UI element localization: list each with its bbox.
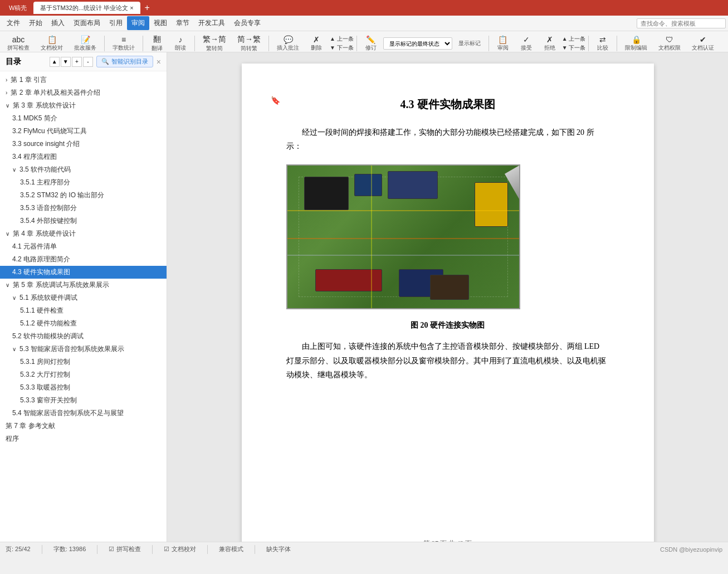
next-comment-button[interactable]: ▼ 下一条 — [330, 44, 354, 52]
prev-next-area: ▲ 上一条 ▼ 下一条 — [330, 35, 354, 52]
accept-button[interactable]: ✓ 接受 — [515, 33, 538, 54]
main-area: 目录 ▲ ▼ + - 🔍 智能识别目录 × › 第 1 章 引言 — [0, 52, 728, 542]
spell-check-status[interactable]: ☑ 拼写检查 — [109, 545, 141, 553]
simple-trad-button[interactable]: 简→繁 简转繁 — [232, 32, 266, 55]
spell-check-button[interactable]: abc 拼写检查 — [2, 33, 35, 54]
toc-item-4-2[interactable]: 4.2 电路原理图简介 — [0, 253, 167, 266]
toc-item-4-1[interactable]: 4.1 元器件清单 — [0, 240, 167, 253]
toc-item-5-1[interactable]: ∨ 5.1 系统软硬件调试 — [0, 291, 167, 304]
menu-insert[interactable]: 插入 — [47, 16, 69, 30]
toolbar-separator-3 — [194, 36, 195, 51]
toc-item-3-2[interactable]: 3.2 FlyMcu 代码烧写工具 — [0, 125, 167, 138]
menu-reference[interactable]: 引用 — [105, 16, 127, 30]
toc-item-5-3[interactable]: ∨ 5.3 智能家居语音控制系统效果展示 — [0, 343, 167, 356]
menu-devtools[interactable]: 开发工具 — [194, 16, 229, 30]
next-track-button[interactable]: ▼ 下一条 — [562, 44, 586, 52]
menu-start[interactable]: 开始 — [25, 16, 47, 30]
simple-trad-label: 简转繁 — [241, 45, 257, 52]
reject-button[interactable]: ✗ 拒绝 — [539, 33, 561, 54]
toc-ch2-arrow: › — [6, 90, 7, 96]
menu-chapter[interactable]: 章节 — [172, 16, 194, 30]
wps-tab[interactable]: W 稿壳 — [4, 2, 31, 14]
collapse-down-button[interactable]: ▼ — [61, 57, 71, 67]
menu-file[interactable]: 文件 — [2, 16, 25, 30]
toc-item-3-1[interactable]: 3.1 MDK5 简介 — [0, 112, 167, 125]
track-changes-button[interactable]: ✏️ 修订 — [360, 33, 382, 54]
toc-item-ch7[interactable]: 第 7 章 参考文献 — [0, 420, 167, 432]
toc-item-5-3-1[interactable]: 5.3.1 房间灯控制 — [0, 356, 167, 368]
toc-item-ch4[interactable]: ∨ 第 4 章 系统硬件设计 — [0, 227, 167, 240]
spell-check-status-text: 拼写检查 — [116, 545, 141, 553]
toc-item-3-3[interactable]: 3.3 source insight 介绍 — [0, 138, 167, 150]
new-tab-button[interactable]: + — [141, 3, 153, 13]
review-button[interactable]: 📋 审阅 — [492, 33, 514, 54]
wire-1 — [287, 210, 519, 211]
menu-bar: 文件 开始 插入 页面布局 引用 审阅 视图 章节 开发工具 会员专享 — [0, 16, 728, 31]
display-mark-button[interactable]: 显示标记 — [453, 37, 486, 50]
toc-item-5-3-3[interactable]: 5.3.3 取暖器控制 — [0, 381, 167, 394]
toc-5-3-2-label: 5.3.2 大厅灯控制 — [20, 370, 70, 380]
doc-auth-icon: ✔ — [700, 35, 706, 44]
toc-3-5-4-label: 3.5.4 外部按键控制 — [20, 216, 77, 226]
toc-item-5-4[interactable]: 5.4 智能家居语音控制系统不足与展望 — [0, 407, 167, 420]
pcb-component-5 — [430, 275, 469, 300]
insert-comment-button[interactable]: 💬 插入批注 — [272, 33, 304, 54]
collapse-up-button[interactable]: ▲ — [50, 57, 60, 67]
word-count-icon: ≡ — [121, 35, 126, 44]
toc-item-program[interactable]: 程序 — [0, 432, 167, 445]
toc-item-ch5[interactable]: ∨ 第 5 章 系统调试与系统效果展示 — [0, 279, 167, 291]
prev-next-area2: ▲ 上一条 ▼ 下一条 — [562, 35, 586, 52]
toc-item-3-5[interactable]: ∨ 3.5 软件功能代码 — [0, 163, 167, 176]
trad-simple-button[interactable]: 繁→简 繁转简 — [198, 32, 231, 55]
smart-recognize-button[interactable]: 🔍 智能识别目录 — [96, 56, 153, 67]
toc-item-5-2[interactable]: 5.2 软件功能模块的调试 — [0, 330, 167, 343]
toc-item-3-5-2[interactable]: 3.5.2 STM32 的 IO 输出部分 — [0, 189, 167, 202]
prev-track-button[interactable]: ▲ 上一条 — [562, 35, 586, 43]
review-icon: 📋 — [498, 35, 507, 44]
missing-font-status[interactable]: 缺失字体 — [266, 545, 291, 553]
pcb-component-3 — [388, 171, 438, 199]
toc-item-5-3-2[interactable]: 5.3.2 大厅灯控制 — [0, 368, 167, 381]
document-area[interactable]: 🔖 4.3 硬件实物成果图 经过一段时间的焊接和搭建工作，实物的大部分功能模块已… — [167, 52, 728, 542]
toc-item-3-5-1[interactable]: 3.5.1 主程序部分 — [0, 176, 167, 189]
pcb-component-2 — [354, 174, 382, 196]
toc-item-3-4[interactable]: 3.4 程序流程图 — [0, 150, 167, 163]
sidebar-close-button[interactable]: × — [157, 57, 161, 66]
menu-review[interactable]: 审阅 — [127, 16, 149, 30]
toc-item-ch1[interactable]: › 第 1 章 引言 — [0, 74, 167, 86]
read-aloud-button[interactable]: ♪ 朗读 — [169, 33, 192, 54]
doc-compare-status[interactable]: ☑ 文档校对 — [164, 545, 196, 553]
menu-layout[interactable]: 页面布局 — [69, 16, 105, 30]
toc-item-5-1-2[interactable]: 5.1.2 硬件功能检查 — [0, 317, 167, 330]
collapse-button[interactable]: - — [83, 57, 93, 67]
doc-tab[interactable]: 基于STM32的...统设计 毕业论文 × — [33, 2, 140, 14]
expand-button[interactable]: + — [72, 57, 82, 67]
ribbon-search-input[interactable] — [637, 18, 726, 28]
spell-check-label: 拼写检查 — [7, 44, 30, 52]
word-count-button[interactable]: ≡ 字数统计 — [108, 33, 140, 54]
restrict-edit-button[interactable]: 🔒 限制编辑 — [620, 33, 652, 54]
toolbar-separator-5 — [356, 36, 357, 51]
spell-check-icon: abc — [12, 35, 25, 44]
toc-item-ch2[interactable]: › 第 2 章 单片机及相关器件介绍 — [0, 86, 167, 99]
menu-view[interactable]: 视图 — [149, 16, 172, 30]
delete-button[interactable]: ✗ 删除 — [305, 33, 328, 54]
modify-service-button[interactable]: 📝 批改服务 — [69, 33, 101, 54]
menu-vip[interactable]: 会员专享 — [229, 16, 265, 30]
doc-compare-button[interactable]: 📋 文档校对 — [36, 33, 68, 54]
toc-ch5-label: 第 5 章 系统调试与系统效果展示 — [13, 280, 109, 290]
toc-item-5-1-1[interactable]: 5.1.1 硬件检查 — [0, 304, 167, 317]
show-mark-dropdown[interactable]: 显示标记的最终状态 — [383, 37, 452, 50]
toc-item-5-3-3b[interactable]: 5.3.3 窗帘开关控制 — [0, 394, 167, 407]
doc-auth-button[interactable]: ✔ 文档认证 — [687, 33, 719, 54]
toc-item-3-5-3[interactable]: 3.5.3 语音控制部分 — [0, 202, 167, 215]
csdn-watermark: CSDN @biyezuopinvip — [660, 546, 722, 553]
toc-item-ch3[interactable]: ∨ 第 3 章 系统软件设计 — [0, 99, 167, 112]
translate-button[interactable]: 翻 翻译 — [146, 32, 168, 55]
doc-permission-button[interactable]: 🛡 文档权限 — [653, 33, 686, 54]
prev-comment-button[interactable]: ▲ 上一条 — [330, 35, 354, 43]
toc-item-3-5-4[interactable]: 3.5.4 外部按键控制 — [0, 215, 167, 227]
compare-button[interactable]: ⇄ 比较 — [592, 33, 614, 54]
ribbon-search-area — [637, 18, 726, 28]
toc-item-4-3[interactable]: 4.3 硬件实物成果图 — [0, 266, 167, 279]
